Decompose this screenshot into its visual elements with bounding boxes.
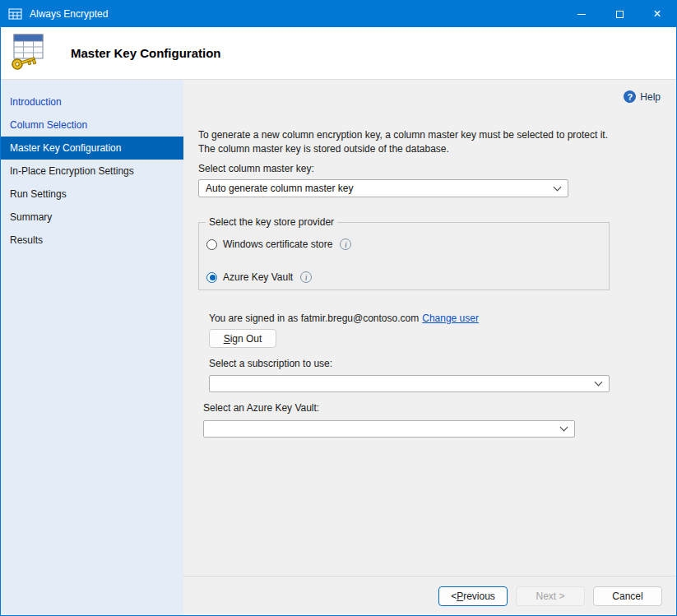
window-controls: ×	[563, 1, 676, 27]
master-key-configuration-page: ? Help To generate a new column encrypti…	[183, 80, 676, 576]
chevron-down-icon	[595, 378, 603, 387]
wizard-body: Introduction Column Selection Master Key…	[1, 80, 676, 615]
sidebar-item-master-key-configuration[interactable]: Master Key Configuration	[1, 137, 183, 160]
wizard-steps-sidebar: Introduction Column Selection Master Key…	[1, 80, 183, 615]
close-button[interactable]: ×	[638, 1, 676, 27]
cancel-button[interactable]: Cancel	[593, 586, 662, 606]
sign-out-button[interactable]: Sign Out	[209, 329, 276, 348]
change-user-link[interactable]: Change user	[422, 313, 479, 324]
table-key-icon	[8, 32, 49, 75]
sidebar-item-results[interactable]: Results	[1, 229, 183, 252]
page-title: Master Key Configuration	[71, 46, 221, 60]
radio-windows-certificate-store-label: Windows certificate store	[223, 239, 332, 250]
window-title: Always Encrypted	[30, 8, 108, 20]
minimize-icon	[577, 14, 586, 15]
app-icon	[8, 8, 23, 21]
titlebar: Always Encrypted ×	[1, 1, 676, 27]
sidebar-item-summary[interactable]: Summary	[1, 206, 183, 229]
wizard-header: Master Key Configuration	[1, 27, 676, 80]
column-master-key-dropdown[interactable]: Auto generate column master key	[198, 179, 568, 197]
help-label: Help	[640, 91, 661, 103]
key-store-provider-group-title: Select the key store provider	[206, 216, 337, 228]
sidebar-item-column-selection[interactable]: Column Selection	[1, 113, 183, 137]
info-icon[interactable]: i	[300, 271, 312, 283]
close-icon: ×	[653, 7, 661, 21]
radio-azure-key-vault-label: Azure Key Vault	[223, 271, 293, 283]
chevron-down-icon	[554, 183, 562, 191]
info-icon[interactable]: i	[340, 239, 351, 250]
minimize-button[interactable]	[563, 1, 600, 27]
radio-azure-key-vault[interactable]: Azure Key Vault i	[206, 271, 609, 284]
azure-key-vault-label: Select an Azure Key Vault:	[203, 402, 319, 414]
always-encrypted-window: Always Encrypted ×	[0, 0, 677, 616]
help-link[interactable]: ? Help	[624, 90, 661, 103]
maximize-icon	[616, 11, 624, 18]
sidebar-item-in-place-encryption[interactable]: In-Place Encryption Settings	[1, 160, 183, 183]
azure-key-vault-dropdown[interactable]	[203, 420, 575, 438]
column-master-key-value: Auto generate column master key	[206, 183, 353, 194]
previous-button[interactable]: < Previous	[438, 586, 508, 606]
wizard-footer: < Previous Next > Cancel	[183, 576, 676, 615]
subscription-label: Select a subscription to use:	[209, 358, 332, 369]
help-icon: ?	[624, 90, 636, 103]
sidebar-item-run-settings[interactable]: Run Settings	[1, 183, 183, 206]
column-master-key-label: Select column master key:	[198, 163, 314, 174]
signed-in-text: You are signed in as fatmir.bregu@contos…	[209, 313, 419, 324]
maximize-button[interactable]	[600, 1, 638, 27]
intro-text: To generate a new column encryption key,…	[198, 128, 623, 156]
main-panel: ? Help To generate a new column encrypti…	[183, 80, 676, 615]
signed-in-status: You are signed in as fatmir.bregu@contos…	[209, 313, 479, 324]
next-button: Next >	[516, 586, 585, 606]
key-store-provider-group: Select the key store provider Windows ce…	[198, 216, 610, 290]
radio-unselected-icon[interactable]	[206, 239, 217, 250]
sidebar-item-introduction[interactable]: Introduction	[1, 90, 183, 113]
chevron-down-icon	[560, 424, 568, 432]
radio-selected-icon[interactable]	[206, 272, 217, 283]
subscription-dropdown[interactable]	[209, 375, 610, 392]
radio-windows-certificate-store[interactable]: Windows certificate store i	[206, 238, 609, 251]
